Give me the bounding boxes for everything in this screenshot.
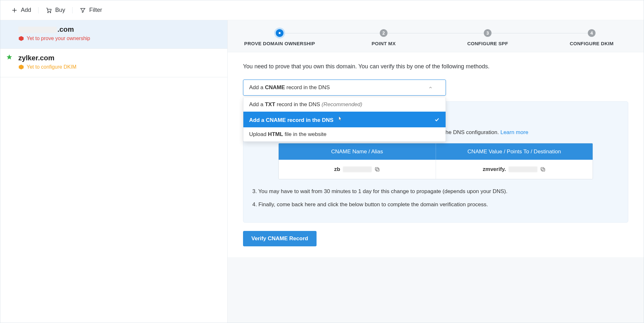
buy-label: Buy [55,7,65,13]
domain-status: Yet to prove your ownership [18,36,218,41]
domain-item-1[interactable]: zylker.com Yet to configure DKIM [0,49,227,77]
app-root: Add Buy Filter .com Yet to prove [0,0,644,323]
body-panel: You need to prove that you own this doma… [228,52,644,257]
buy-button[interactable]: Buy [46,7,65,13]
add-label: Add [21,7,31,13]
funnel-icon [80,7,86,13]
separator [72,7,73,13]
status-text: Yet to prove your ownership [27,36,90,41]
step-3-text: 3. You may have to wait from 30 minutes … [252,187,619,196]
filter-button[interactable]: Filter [80,7,102,13]
svg-marker-4 [19,36,24,41]
svg-rect-9 [375,167,378,170]
svg-rect-8 [376,168,379,171]
step-label: POINT MX [332,41,436,46]
copy-icon[interactable] [374,166,380,172]
option-html-file[interactable]: Upload HTML file in the website [243,127,446,141]
redacted-text [18,27,57,33]
cart-icon [46,7,52,13]
option-txt-record[interactable]: Add a TXT record in the DNS (Recommended… [243,98,446,112]
step-4-text: 4. Finally, come back here and click the… [252,200,619,209]
step-label: PROVE DOMAIN OWNERSHIP [228,41,332,46]
col-header-value: CNAME Value / Points To / Destination [436,143,593,160]
step-configure-spf[interactable]: 3 CONFIGURE SPF [436,29,540,46]
cursor-icon [337,115,343,122]
redacted-text [343,166,372,172]
svg-rect-10 [542,168,545,171]
svg-point-3 [50,12,51,13]
col-header-name: CNAME Name / Alias [279,143,436,160]
chevron-up-icon [428,85,433,90]
verify-cname-button[interactable]: Verify CNAME Record [243,231,317,246]
redacted-text [509,166,537,172]
table-header: CNAME Name / Alias CNAME Value / Points … [279,143,593,160]
svg-rect-11 [541,167,544,170]
dropdown-menu: Add a TXT record in the DNS (Recommended… [243,98,446,142]
domain-item-0[interactable]: .com Yet to prove your ownership [0,20,227,49]
step-point-mx[interactable]: 2 POINT MX [332,29,436,46]
svg-marker-6 [19,65,24,70]
step-label: CONFIGURE DKIM [540,41,644,46]
instruction-text: You need to prove that you own this doma… [243,63,628,70]
domain-name: zylker.com [18,54,218,62]
step-dot: 3 [484,29,492,37]
step-configure-dkim[interactable]: 4 CONFIGURE DKIM [540,29,644,46]
plus-icon [11,7,18,13]
step-label: CONFIGURE SPF [436,41,540,46]
status-text: Yet to configure DKIM [27,64,76,70]
content-area: PROVE DOMAIN OWNERSHIP 2 POINT MX 3 CONF… [228,20,644,323]
step-prove-ownership[interactable]: PROVE DOMAIN OWNERSHIP [228,29,332,46]
cname-table: CNAME Name / Alias CNAME Value / Points … [278,143,593,179]
main-split: .com Yet to prove your ownership zylker.… [0,20,644,323]
method-select: Add a CNAME record in the DNS Add a TXT … [243,80,446,96]
option-cname-record[interactable]: Add a CNAME record in the DNS [243,112,446,127]
warning-icon [18,36,24,41]
stepper: PROVE DOMAIN OWNERSHIP 2 POINT MX 3 CONF… [228,20,644,52]
domain-sidebar: .com Yet to prove your ownership zylker.… [0,20,228,323]
domain-name: .com [18,25,218,34]
learn-more-link[interactable]: Learn more [500,129,528,135]
separator [38,7,39,13]
svg-point-2 [48,12,48,13]
select-display: Add a CNAME record in the DNS [249,84,330,91]
cname-name-cell: zb [279,160,436,179]
toolbar: Add Buy Filter [0,0,644,20]
select-trigger[interactable]: Add a CNAME record in the DNS [243,80,446,96]
step-dot [276,29,283,37]
cname-value-cell: zmverify. [436,160,593,179]
check-icon [434,117,440,123]
domain-suffix: .com [57,25,74,33]
svg-marker-5 [7,55,12,60]
domain-status: Yet to configure DKIM [18,64,218,70]
step-dot: 2 [380,29,387,37]
copy-icon[interactable] [540,166,546,172]
warning-icon [18,64,24,70]
svg-point-7 [279,32,281,34]
filter-label: Filter [89,7,102,13]
star-icon [6,54,13,61]
add-button[interactable]: Add [11,7,31,13]
step-dot: 4 [588,29,596,37]
table-row: zb zmverify. [279,160,593,179]
